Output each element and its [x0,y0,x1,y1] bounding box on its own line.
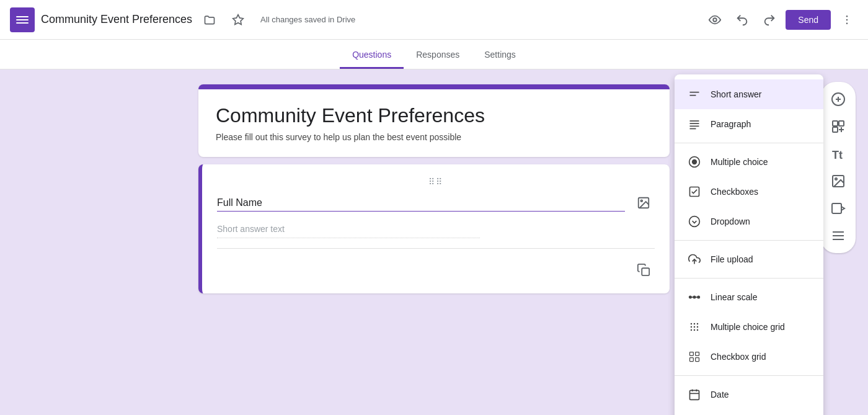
dropdown-item-checkbox-grid[interactable]: Checkbox grid [675,342,823,372]
add-image-btn[interactable] [826,169,851,194]
more-options-btn[interactable] [836,9,858,31]
dropdown-item-date[interactable]: Date [675,380,823,409]
tab-questions[interactable]: Questions [340,42,404,69]
dropdown-item-file-upload[interactable]: File upload [675,244,823,274]
linear-scale-label: Linear scale [711,292,758,302]
linear-scale-icon [687,290,702,305]
tabs-bar: Questions Responses Settings [0,40,868,69]
svg-point-42 [694,326,696,328]
svg-point-46 [697,329,699,331]
preview-btn[interactable] [704,9,726,31]
paragraph-label: Paragraph [711,119,751,129]
question-input[interactable] [217,195,625,212]
paragraph-icon [687,117,702,132]
svg-point-41 [691,326,693,328]
multiple-choice-grid-icon [687,319,702,334]
svg-point-39 [694,323,696,325]
svg-point-29 [693,160,697,164]
divider-2 [675,240,823,241]
copy-question-btn[interactable] [632,259,655,281]
star-icon-btn[interactable] [227,9,249,31]
folder-icon [203,14,216,26]
saved-text: All changes saved in Drive [260,15,355,24]
form-header-card: Community Event Preferences Please fill … [198,84,670,157]
add-title-btn[interactable]: Tt [826,141,851,166]
app-icon-lines [16,16,29,24]
tab-responses[interactable]: Responses [404,42,472,69]
dropdown-icon [687,214,702,229]
divider-4 [675,375,823,376]
svg-rect-7 [642,268,649,275]
svg-point-38 [691,323,693,325]
short-answer-label: Short answer [711,89,761,99]
svg-marker-18 [841,207,844,210]
file-upload-label: File upload [711,254,753,264]
add-question-btn[interactable] [826,87,851,112]
dropdown-item-checkboxes[interactable]: Checkboxes [675,177,823,207]
redo-btn[interactable] [758,9,781,31]
svg-point-44 [691,329,693,331]
checkbox-grid-label: Checkbox grid [711,352,766,362]
card-divider [217,248,655,249]
video-icon [831,201,846,216]
checkboxes-icon [687,184,702,199]
dropdown-item-multiple-choice-grid[interactable]: Multiple choice grid [675,312,823,342]
date-icon [687,387,702,402]
text-fields-icon: Tt [831,146,846,161]
copy-icon [637,263,650,277]
multiple-choice-label: Multiple choice [711,157,768,167]
dropdown-label: Dropdown [711,216,750,226]
svg-rect-49 [690,358,694,362]
dropdown-item-linear-scale[interactable]: Linear scale [675,282,823,312]
right-sidebar: Tt [821,82,856,253]
preview-icon [708,13,722,27]
svg-rect-17 [832,203,841,213]
svg-point-6 [640,200,642,202]
dropdown-item-multiple-choice[interactable]: Multiple choice [675,147,823,177]
image-icon [637,196,650,210]
svg-marker-0 [233,14,244,24]
svg-text:Tt: Tt [832,149,843,161]
svg-rect-51 [690,390,699,399]
divider-1 [675,143,823,143]
add-circle-icon [831,92,846,107]
svg-rect-50 [696,358,699,362]
undo-btn[interactable] [731,9,753,31]
redo-icon [763,13,776,27]
tab-settings[interactable]: Settings [472,42,528,69]
add-section-btn[interactable] [826,223,851,248]
answer-placeholder-text: Short answer text [217,224,480,238]
topbar: Community Event Preferences All changes … [0,0,868,40]
doc-title: Community Event Preferences [41,13,192,26]
star-icon [232,14,244,26]
multiple-choice-grid-label: Multiple choice grid [711,322,785,332]
send-button[interactable]: Send [786,10,831,30]
date-label: Date [711,390,729,399]
topbar-right: Send [704,9,858,31]
multiple-choice-icon [687,154,702,169]
dropdown-item-paragraph[interactable]: Paragraph [675,109,823,139]
main-content: Community Event Preferences Please fill … [0,69,868,415]
dropdown-item-time[interactable]: Time [675,409,823,415]
import-questions-btn[interactable] [826,114,851,139]
image-sidebar-icon [831,174,846,189]
svg-rect-12 [839,121,844,126]
add-image-to-question-btn[interactable] [632,192,655,214]
question-row [217,192,655,214]
svg-point-2 [846,15,848,17]
folder-icon-btn[interactable] [198,9,221,31]
short-answer-icon [687,87,702,102]
svg-rect-11 [833,121,838,126]
svg-rect-13 [833,127,838,132]
dropdown-item-short-answer[interactable]: Short answer [675,79,823,109]
checkbox-grid-icon [687,349,702,364]
svg-point-3 [846,19,848,20]
form-title: Community Event Preferences [216,104,652,127]
divider-3 [675,278,823,279]
dropdown-item-dropdown[interactable]: Dropdown [675,207,823,236]
drag-handle: ⠿⠿ [217,177,655,187]
svg-point-31 [689,216,700,227]
svg-point-45 [694,329,696,331]
add-video-btn[interactable] [826,196,851,221]
checkboxes-label: Checkboxes [711,187,758,197]
